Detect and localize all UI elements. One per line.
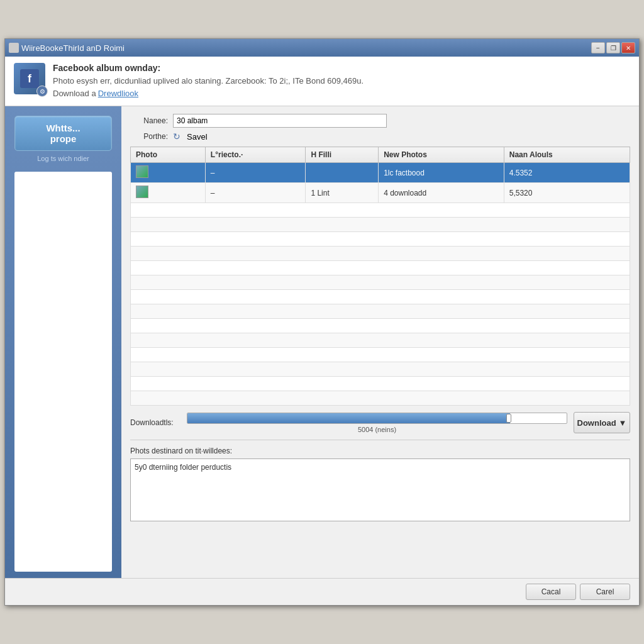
title-bar-left: WiireBookeThirId anD Roimi — [9, 43, 125, 53]
cell-new-photos: 4 downloadd — [379, 183, 504, 203]
gear-badge: ⚙ — [36, 86, 48, 97]
restore-button[interactable]: ❐ — [606, 42, 620, 53]
table-row[interactable]: – 1 Lint 4 downloadd 5,5320 — [131, 183, 630, 203]
app-icon: f ⚙ — [14, 63, 45, 94]
cancel-button[interactable]: Cacal — [526, 584, 576, 600]
cell-photo — [131, 163, 206, 183]
progress-container: 5004 (neins) — [187, 413, 567, 433]
table-row[interactable]: – 1lc factbood 4.5352 — [131, 163, 630, 183]
header-title: Facebook album ownday: — [53, 63, 630, 73]
cell-h-filli: 1 Lint — [306, 183, 379, 203]
minimize-button[interactable]: − — [591, 42, 605, 53]
destination-label: Phots destinard on tit·willdees: — [130, 447, 630, 455]
header-icon-area: f ⚙ — [14, 63, 45, 94]
destination-section: Phots destinard on tit·willdees: 5y0 dte… — [130, 447, 630, 523]
profile-button[interactable]: Whtts...prope — [14, 116, 112, 151]
title-bar-icon — [9, 43, 19, 53]
title-bar: WiireBookeThirId anD Roimi − ❐ ✕ — [5, 39, 639, 57]
facebook-logo: f — [20, 69, 39, 88]
photo-table: Photo L°riecto.· H Filli New Photos Naan… — [130, 147, 630, 406]
table-empty-row — [131, 261, 630, 275]
cell-photo — [131, 183, 206, 203]
table-empty-row — [131, 232, 630, 247]
col-naan-alouls: Naan Alouls — [504, 147, 630, 163]
download-button-label: Download — [577, 418, 616, 428]
main-body: Whtts...prope Log ts wich ndier Nanee: P… — [5, 106, 639, 578]
progress-count: 5004 (neins) — [187, 426, 567, 433]
table-empty-row — [131, 203, 630, 218]
photo-thumbnail — [136, 165, 148, 178]
download-label: Downloadtls: — [130, 418, 180, 427]
footer-area: Cacal Carel — [5, 578, 639, 605]
content-area: Nanee: Porthe: ↻ Savel Photo L°riecto.· … — [121, 106, 639, 578]
progress-thumb — [506, 414, 511, 423]
name-label: Nanee: — [130, 116, 168, 125]
header-description: Photo esysh err, dicdunliad uplived alo … — [53, 76, 364, 86]
photo-thumbnail — [136, 186, 148, 198]
destination-textarea[interactable]: 5y0 dterniing folder perductis — [130, 458, 630, 521]
table-empty-row — [131, 304, 630, 319]
progress-fill — [187, 413, 510, 423]
name-row: Nanee: — [130, 114, 630, 128]
cell-naan-alouls: 4.5352 — [504, 163, 630, 183]
path-value: Savel — [187, 132, 208, 142]
table-empty-row — [131, 391, 630, 406]
header-desc: Photo esysh err, dicdunliad uplived alo … — [53, 75, 630, 99]
header-text: Facebook album ownday: Photo esysh err, … — [53, 63, 630, 99]
title-bar-buttons: − ❐ ✕ — [591, 42, 635, 53]
col-photo: Photo — [131, 147, 206, 163]
window-title: WiireBookeThirId anD Roimi — [21, 43, 125, 53]
table-empty-row — [131, 275, 630, 290]
table-empty-row — [131, 348, 630, 362]
col-h-filli: H Filli — [306, 147, 379, 163]
name-input[interactable] — [173, 114, 387, 128]
path-row-content: ↻ Savel — [173, 131, 208, 142]
close-button[interactable]: ✕ — [621, 42, 635, 53]
table-empty-row — [131, 218, 630, 232]
path-row: Porthe: ↻ Savel — [130, 131, 630, 142]
col-new-photos: New Photos — [379, 147, 504, 163]
cell-h-filli — [306, 163, 379, 183]
table-empty-row — [131, 319, 630, 333]
sidebar-content-box — [14, 172, 112, 572]
download-link-prefix: Download a — [53, 89, 96, 98]
col-location: L°riecto.· — [205, 147, 306, 163]
refresh-icon: ↻ — [173, 131, 183, 142]
cell-new-photos: 1lc factbood — [379, 163, 504, 183]
close-button-footer[interactable]: Carel — [580, 584, 630, 600]
divider — [130, 440, 630, 440]
cell-naan-alouls: 5,5320 — [504, 183, 630, 203]
table-header-row: Photo L°riecto.· H Filli New Photos Naan… — [131, 147, 630, 163]
drewdliook-link[interactable]: Drewdliook — [98, 89, 138, 98]
download-section: Downloadtls: 5004 (neins) Download ▼ — [130, 412, 630, 433]
table-empty-row — [131, 377, 630, 391]
path-label: Porthe: — [130, 132, 168, 141]
cell-location: – — [205, 163, 306, 183]
sidebar: Whtts...prope Log ts wich ndier — [5, 106, 121, 578]
download-arrow-icon: ▼ — [619, 418, 627, 428]
main-window: WiireBookeThirId anD Roimi − ❐ ✕ f ⚙ Fac… — [4, 38, 640, 606]
table-empty-row — [131, 362, 630, 377]
table-empty-row — [131, 333, 630, 348]
header-area: f ⚙ Facebook album ownday: Photo esysh e… — [5, 57, 639, 106]
cell-location: – — [205, 183, 306, 203]
table-empty-row — [131, 290, 630, 304]
download-button[interactable]: Download ▼ — [574, 412, 630, 433]
progress-bar[interactable] — [187, 413, 567, 424]
table-empty-row — [131, 247, 630, 261]
login-text: Log ts wich ndier — [37, 155, 89, 162]
